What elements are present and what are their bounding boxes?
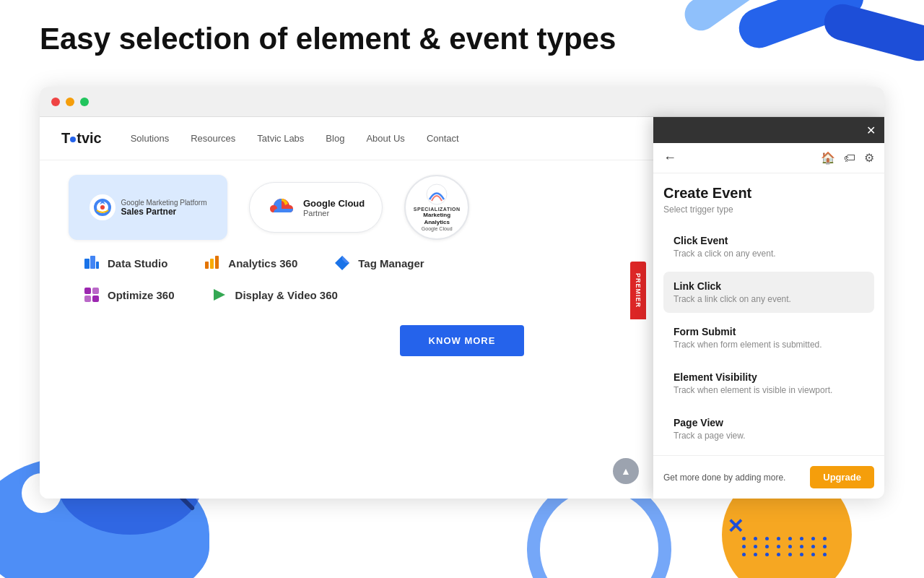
browser-close-dot[interactable] (51, 98, 60, 106)
x-decoration: ✕ (727, 514, 744, 538)
browser-content: Ttvic Solutions Resources Tatvic Labs Bl… (40, 117, 884, 499)
optimize-360-label: Optimize 360 (108, 289, 175, 301)
event-click-desc: Track a click on any event. (674, 249, 864, 259)
spec-title: SPECIALIZATION (414, 207, 461, 212)
panel-footer: Get more done by adding more. Upgrade (653, 455, 884, 499)
analytics-360-label: Analytics 360 (228, 257, 297, 269)
event-item-click-event[interactable]: Click Event Track a click on any event. (663, 226, 874, 267)
panel-title: Create Event (663, 185, 874, 202)
dv360-icon (211, 286, 228, 303)
panel-toolbar-icons: 🏠 🏷 ⚙ (821, 151, 874, 165)
panel-footer-text: Get more done by adding more. (663, 473, 785, 483)
partner-dv360: Display & Video 360 (211, 286, 338, 303)
gmp-logo-icon (90, 194, 116, 220)
partner-specialization: SPECIALIZATION Marketing Analytics Googl… (404, 175, 469, 240)
panel-tag-button[interactable]: 🏷 (844, 151, 855, 165)
panel-body: Create Event Select trigger type Click E… (653, 173, 884, 455)
event-link-title: Link Click (674, 280, 864, 292)
svg-rect-13 (92, 296, 99, 302)
event-item-form-submit[interactable]: Form Submit Track when form element is s… (663, 317, 874, 358)
partner-data-studio: Data Studio (83, 254, 167, 272)
nav-item-contact[interactable]: Contact (427, 133, 459, 144)
panel-back-button[interactable]: ← (663, 150, 676, 165)
event-visibility-title: Element Visibility (674, 371, 864, 383)
panel-toolbar: ← 🏠 🏷 ⚙ (653, 143, 884, 173)
svg-rect-4 (84, 259, 90, 269)
scroll-to-top-button[interactable]: ▲ (613, 458, 639, 484)
nav-item-tatvic-labs[interactable]: Tatvic Labs (257, 133, 304, 144)
svg-point-3 (427, 184, 447, 204)
browser-maximize-dot[interactable] (80, 98, 89, 106)
panel-settings-button[interactable]: ⚙ (864, 151, 874, 165)
event-click-title: Click Event (674, 235, 864, 246)
event-item-link-click[interactable]: Link Click Track a link click on any eve… (663, 272, 874, 313)
page-heading: Easy selection of element & event types (40, 22, 616, 56)
event-pageview-title: Page View (674, 417, 864, 428)
gmp-partner-label: Sales Partner (121, 207, 207, 217)
spec-company: Google Cloud (422, 226, 453, 231)
partner-gcloud: Google Cloud Partner (249, 182, 383, 233)
svg-rect-8 (210, 259, 214, 269)
dot-grid (742, 537, 830, 556)
svg-rect-9 (215, 256, 219, 269)
know-more-button[interactable]: KNOW MORE (400, 325, 525, 356)
data-studio-icon (83, 254, 100, 272)
premier-badge: PREMIER (630, 262, 646, 319)
event-form-desc: Track when form element is submitted. (674, 340, 864, 350)
browser-window: Ttvic Solutions Resources Tatvic Labs Bl… (40, 87, 884, 499)
analytics-icon (204, 254, 221, 272)
svg-rect-6 (96, 262, 99, 269)
svg-rect-12 (84, 296, 91, 302)
event-visibility-desc: Track when element is visible in viewpor… (674, 385, 864, 395)
svg-marker-14 (214, 289, 225, 301)
panel-home-button[interactable]: 🏠 (821, 151, 835, 165)
partner-gmp: Google Marketing Platform Sales Partner (69, 175, 227, 240)
partner-tag-manager: Tag Manager (334, 254, 424, 272)
event-pageview-desc: Track a page view. (674, 431, 864, 441)
tag-manager-icon (334, 254, 351, 272)
gcloud-label: Google Cloud (303, 198, 365, 209)
svg-rect-10 (84, 288, 91, 294)
event-item-page-view[interactable]: Page View Track a page view. (663, 408, 874, 449)
gcloud-partner-label: Partner (303, 209, 365, 217)
panel-close-button[interactable]: ✕ (866, 124, 876, 137)
event-form-title: Form Submit (674, 326, 864, 337)
panel-header-bar: ✕ (653, 117, 884, 143)
optimize-icon (83, 286, 100, 303)
data-studio-label: Data Studio (108, 257, 167, 269)
nav-item-solutions[interactable]: Solutions (131, 133, 169, 144)
svg-point-2 (100, 205, 105, 210)
partner-analytics-360: Analytics 360 (204, 254, 297, 272)
spec-name: Marketing Analytics (411, 212, 462, 225)
partner-optimize-360: Optimize 360 (83, 286, 175, 303)
panel-subtitle: Select trigger type (663, 204, 874, 215)
event-link-desc: Track a link click on any event. (674, 294, 864, 304)
spec-logo-icon (426, 184, 448, 205)
nav-links: Solutions Resources Tatvic Labs Blog Abo… (131, 133, 459, 144)
gmp-label: Google Marketing Platform (121, 199, 207, 207)
create-event-panel: ✕ ← 🏠 🏷 ⚙ Create Event Select trigger ty… (653, 117, 884, 499)
upgrade-button[interactable]: Upgrade (810, 466, 874, 488)
svg-rect-5 (90, 256, 95, 269)
dv360-label: Display & Video 360 (235, 289, 338, 301)
browser-bar (40, 87, 884, 117)
gcloud-logo-icon (267, 196, 296, 219)
event-item-element-visibility[interactable]: Element Visibility Track when element is… (663, 363, 874, 404)
site-logo: Ttvic (61, 130, 102, 147)
tag-manager-label: Tag Manager (358, 257, 424, 269)
browser-minimize-dot[interactable] (66, 98, 74, 106)
nav-item-resources[interactable]: Resources (191, 133, 235, 144)
svg-rect-7 (205, 262, 209, 269)
nav-item-about[interactable]: About Us (366, 133, 404, 144)
svg-rect-11 (92, 288, 99, 294)
nav-item-blog[interactable]: Blog (326, 133, 344, 144)
